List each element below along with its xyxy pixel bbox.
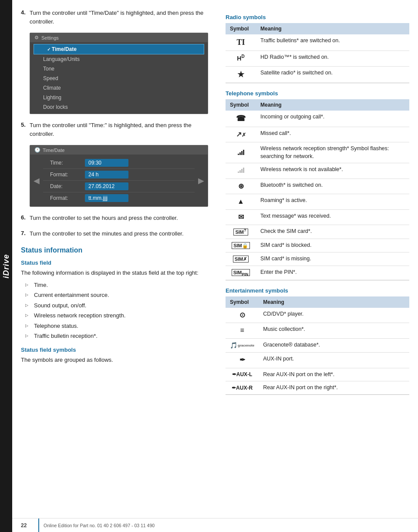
step-4: 4. Turn the controller until "Time/Date"… xyxy=(21,9,212,26)
tel-symbol-roam: ▲ xyxy=(226,194,256,209)
settings-titlebar: ⚙ Settings xyxy=(30,33,208,42)
table-row: HD HD Radio™* is switched on. xyxy=(226,51,409,66)
table-row: ✉ Text message* was received. xyxy=(226,209,409,225)
step-5-text: Turn the controller until "Time:" is hig… xyxy=(30,121,212,138)
timedate-titlebar: 🕐 Time/Date xyxy=(30,145,208,155)
nav-right-icon: ▶ xyxy=(195,176,208,185)
step-6-num: 6. xyxy=(21,214,30,222)
tel-symbol-missed: ↗✗ xyxy=(226,127,256,142)
table-row: SIMPIN Enter the PIN*. xyxy=(226,266,409,280)
ent-meaning-music: Music collection*. xyxy=(259,323,409,338)
tel-symbol-pin: SIMPIN xyxy=(226,266,256,280)
tel-symbol-signal xyxy=(226,142,256,163)
telephone-table: Symbol Meaning ☎ Incoming or outgoing ca… xyxy=(226,99,409,280)
footer-text: Online Edition for Part no. 01 40 2 606 … xyxy=(44,523,155,528)
main-content: 4. Turn the controller until "Time/Date"… xyxy=(12,0,418,411)
ent-meaning-dvd: CD/DVD* player. xyxy=(259,308,409,323)
ent-col-symbol: Symbol xyxy=(226,296,259,308)
ent-symbol-dvd: ⊙ xyxy=(226,308,259,323)
ent-symbol-aux: ✒ xyxy=(226,353,259,368)
radio-meaning-sat: Satellite radio* is switched on. xyxy=(256,66,409,83)
table-row: ↗✗ Missed call*. xyxy=(226,127,409,142)
table-row: SIM✗ SIM card* is missing. xyxy=(226,252,409,266)
table-row: Wireless network is not available*. xyxy=(226,163,409,178)
signal-bars-empty-icon xyxy=(238,167,244,173)
footer-divider xyxy=(38,519,39,532)
side-tab-label: iDrive xyxy=(2,254,11,278)
ent-meaning-aux: AUX-IN port. xyxy=(259,353,409,368)
ent-col-meaning: Meaning xyxy=(259,296,409,308)
timedate-screenshot: 🕐 Time/Date ◀ Time: 09:30 Format: 24 h D… xyxy=(30,145,208,207)
table-row: SIM? Check the SIM card*. xyxy=(226,225,409,239)
tel-meaning-checksim: Check the SIM card*. xyxy=(256,225,409,239)
step-5-num: 5. xyxy=(21,121,30,138)
tel-col-symbol: Symbol xyxy=(226,99,256,111)
table-row: ☎ Incoming or outgoing call*. xyxy=(226,111,409,127)
format2-label: Format: xyxy=(50,195,85,201)
status-field-bullets: Time. Current entertainment source. Soun… xyxy=(25,280,212,341)
radio-symbol-hd: HD xyxy=(226,51,256,66)
bullet-wireless: Wireless network reception strength. xyxy=(25,310,212,321)
tel-meaning-bt: Bluetooth* is switched on. xyxy=(256,178,409,194)
signal-bars-icon xyxy=(238,149,244,155)
menu-item-tone: Tone xyxy=(30,64,208,74)
table-row: ✒ AUX-IN port. xyxy=(226,353,409,368)
nav-left-icon: ◀ xyxy=(30,176,43,185)
form-row-format1: Format: 24 h xyxy=(43,169,195,181)
ent-meaning-aux-l: Rear AUX-IN port on the left*. xyxy=(259,368,409,381)
tel-meaning-call: Incoming or outgoing call*. xyxy=(256,111,409,127)
form-row-format2: Format: tt.mm.jjjj xyxy=(43,192,195,204)
settings-menu: Time/Date Language/Units Tone Speed Clim… xyxy=(30,42,208,114)
table-row: 🎵 gracenote Gracenote® database*. xyxy=(226,338,409,353)
status-field-symbols-heading: Status field symbols xyxy=(21,347,212,353)
table-row: Wireless network reception strength* Sym… xyxy=(226,142,409,163)
ent-meaning-gracenote: Gracenote® database*. xyxy=(259,338,409,353)
telephone-heading: Telephone symbols xyxy=(226,90,409,97)
table-row: ▲ Roaming* is active. xyxy=(226,194,409,209)
tel-meaning-missed: Missed call*. xyxy=(256,127,409,142)
radio-table: Symbol Meaning TI Traffic bulletins* are… xyxy=(226,23,409,83)
format1-value: 24 h xyxy=(85,171,128,178)
format1-label: Format: xyxy=(50,172,85,178)
menu-item-climate: Climate xyxy=(30,83,208,93)
status-section-heading: Status information xyxy=(21,246,212,254)
footer-page-num: 22 xyxy=(21,522,34,529)
tel-symbol-call: ☎ xyxy=(226,111,256,127)
entertainment-table: Symbol Meaning ⊙ CD/DVD* player. ≡ Music… xyxy=(226,296,409,395)
tel-meaning-roam: Roaming* is active. xyxy=(256,194,409,209)
bullet-time: Time. xyxy=(25,280,212,290)
bullet-entertainment: Current entertainment source. xyxy=(25,290,212,300)
left-column: 4. Turn the controller until "Time/Date"… xyxy=(12,9,221,411)
bullet-sound: Sound output, on/off. xyxy=(25,300,212,311)
table-row: ≡ Music collection*. xyxy=(226,323,409,338)
tel-symbol-sms: ✉ xyxy=(226,209,256,225)
tel-symbol-checksim: SIM? xyxy=(226,225,256,239)
table-row: ★ Satellite radio* is switched on. xyxy=(226,66,409,83)
radio-meaning-hd: HD Radio™* is switched on. xyxy=(256,51,409,66)
table-row: ✒AUX-L Rear AUX-IN port on the left*. xyxy=(226,368,409,381)
radio-col-symbol: Symbol xyxy=(226,23,256,34)
step-4-num: 4. xyxy=(21,9,30,26)
menu-item-speed: Speed xyxy=(30,74,208,83)
footer: 22 Online Edition for Part no. 01 40 2 6… xyxy=(12,518,418,532)
step-7: 7. Turn the controller to set the minute… xyxy=(21,229,212,238)
tel-symbol-simlocked: SIM🔒 xyxy=(226,239,256,252)
step-6-text: Turn the controller to set the hours and… xyxy=(30,214,212,222)
tel-col-meaning: Meaning xyxy=(256,99,409,111)
ent-symbol-music: ≡ xyxy=(226,323,259,338)
tel-symbol-bt: ⊛ xyxy=(226,178,256,194)
tel-meaning-nosignal: Wireless network is not available*. xyxy=(256,163,409,178)
date-label: Date: xyxy=(50,183,85,189)
form-row-time: Time: 09:30 xyxy=(43,157,195,169)
radio-meaning-ti: Traffic bulletins* are switched on. xyxy=(256,34,409,51)
table-row: SIM🔒 SIM card* is blocked. xyxy=(226,239,409,252)
right-column: Radio symbols Symbol Meaning TI Traffic … xyxy=(221,9,418,411)
tel-symbol-nosignal xyxy=(226,163,256,178)
tel-meaning-simlocked: SIM card* is blocked. xyxy=(256,239,409,252)
ent-symbol-aux-r: ✒AUX-R xyxy=(226,381,259,395)
ent-symbol-gracenote: 🎵 gracenote xyxy=(226,338,259,353)
time-value: 09:30 xyxy=(85,159,128,167)
menu-item-lang: Language/Units xyxy=(30,54,208,64)
tel-meaning-sms: Text message* was received. xyxy=(256,209,409,225)
settings-icon: ⚙ xyxy=(34,35,39,40)
